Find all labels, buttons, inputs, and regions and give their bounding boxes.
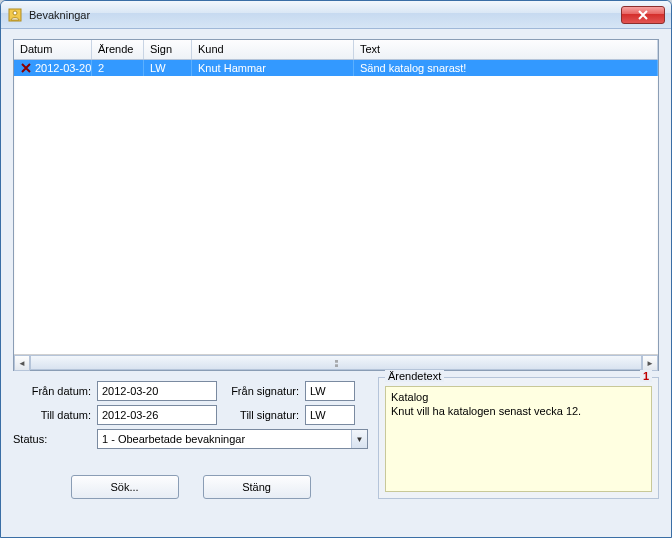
horizontal-scrollbar[interactable]: ◄ ¦¦¦ ► (14, 354, 658, 370)
from-signature-input[interactable] (305, 381, 355, 401)
cell-datum-text: 2012-03-20 (35, 62, 91, 74)
to-date-input[interactable] (97, 405, 217, 425)
cell-text: Sänd katalog snarast! (354, 60, 658, 76)
titlebar: Bevakningar (1, 1, 671, 29)
table-body: 2012-03-20 2 LW Knut Hammar Sänd katalog… (14, 60, 658, 354)
button-row: Sök... Stäng (13, 475, 368, 499)
scroll-left-button[interactable]: ◄ (14, 355, 30, 371)
arende-text: Katalog Knut vill ha katalogen senast ve… (385, 386, 652, 492)
scroll-right-button[interactable]: ► (642, 355, 658, 371)
content-area: Datum Ärende Sign Kund Text 2012-03-20 (1, 29, 671, 537)
scroll-thumb[interactable]: ¦¦¦ (30, 355, 642, 370)
cell-datum: 2012-03-20 (14, 60, 92, 76)
close-button[interactable]: Stäng (203, 475, 311, 499)
status-label: Status: (13, 433, 93, 445)
arende-count: 1 (640, 370, 652, 382)
cell-kund: Knut Hammar (192, 60, 354, 76)
app-icon (7, 7, 23, 23)
search-button[interactable]: Sök... (71, 475, 179, 499)
from-date-input[interactable] (97, 381, 217, 401)
col-header-text[interactable]: Text (354, 40, 658, 59)
delete-row-icon (20, 62, 32, 74)
arende-panel: Ärendetext 1 Katalog Knut vill ha katalo… (378, 377, 659, 499)
cell-arende: 2 (92, 60, 144, 76)
chevron-down-icon[interactable]: ▼ (351, 430, 367, 448)
window: Bevakningar Datum Ärende Sign Kund Text (0, 0, 672, 538)
cell-sign: LW (144, 60, 192, 76)
filters-panel: Från datum: Från signatur: Till datum: T… (13, 381, 368, 499)
col-header-datum[interactable]: Datum (14, 40, 92, 59)
from-date-label: Från datum: (13, 385, 93, 397)
arende-legend: Ärendetext (385, 370, 444, 382)
close-window-button[interactable] (621, 6, 665, 24)
svg-point-1 (13, 11, 17, 15)
table-header-row: Datum Ärende Sign Kund Text (14, 40, 658, 60)
col-header-arende[interactable]: Ärende (92, 40, 144, 59)
from-signature-label: Från signatur: (221, 385, 301, 397)
table: Datum Ärende Sign Kund Text 2012-03-20 (13, 39, 659, 371)
scroll-track[interactable]: ¦¦¦ (30, 355, 642, 370)
to-signature-label: Till signatur: (221, 409, 301, 421)
to-date-label: Till datum: (13, 409, 93, 421)
col-header-sign[interactable]: Sign (144, 40, 192, 59)
table-row[interactable]: 2012-03-20 2 LW Knut Hammar Sänd katalog… (14, 60, 658, 76)
to-signature-input[interactable] (305, 405, 355, 425)
close-icon (638, 10, 648, 20)
window-title: Bevakningar (29, 9, 621, 21)
lower-panel: Från datum: Från signatur: Till datum: T… (13, 381, 659, 499)
col-header-kund[interactable]: Kund (192, 40, 354, 59)
status-value[interactable] (97, 429, 368, 449)
status-select[interactable]: ▼ (97, 429, 368, 449)
